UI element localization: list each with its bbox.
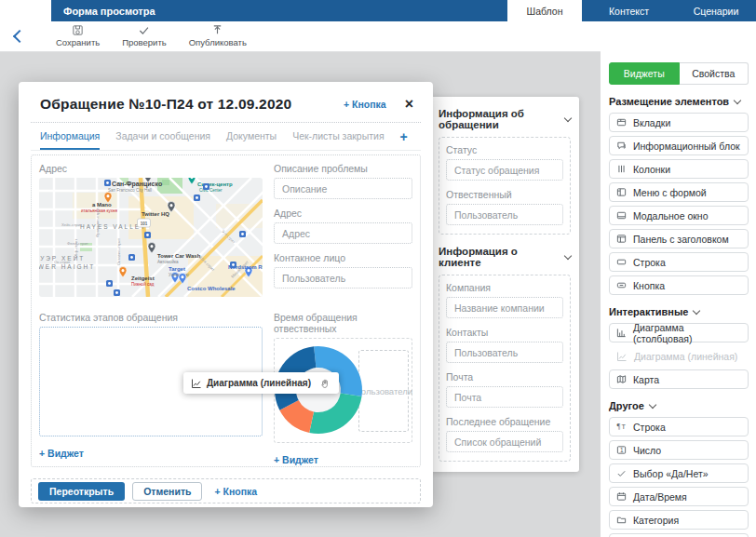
sidebar-item-label: Строка: [633, 257, 666, 268]
request-modal: Обращение №10-П24 от 12.09.2020 + Кнопка…: [19, 82, 433, 507]
sidebar-tab-0[interactable]: Виджеты: [609, 62, 680, 85]
cancel-button[interactable]: Отменить: [132, 482, 202, 501]
panel-group-title-1[interactable]: Информация о клиенте: [439, 246, 571, 268]
toolbar-button-label: Опубликовать: [189, 37, 247, 47]
panel-field-1-3-label: Последнее обращение: [446, 416, 563, 427]
topbar-tab-2[interactable]: Сценарии: [676, 0, 756, 21]
sidebar-item-2-2[interactable]: Выбор «Да/Нет»: [609, 463, 749, 483]
map-poi-label: Target: [169, 266, 185, 272]
close-icon[interactable]: ×: [405, 98, 413, 111]
toolbar-button-2[interactable]: Опубликовать: [189, 23, 247, 47]
modal-field-2-input[interactable]: Пользователь: [274, 267, 412, 289]
sidebar-item-0-7[interactable]: Кнопка: [609, 275, 749, 295]
map-poi-label: Tower Car Wash: [157, 253, 201, 259]
topbar-tab-1[interactable]: Контекст: [582, 0, 676, 21]
sidebar-item-label: Кнопка: [633, 280, 665, 291]
panel-field-0-1-input[interactable]: Пользователь: [446, 204, 563, 225]
modal-tab-1[interactable]: Задачи и сообщения: [115, 130, 210, 150]
sidebar-item-label: Колонки: [633, 164, 670, 175]
map-street-label: Хейс-стрит: [61, 222, 82, 227]
modal-field-1: АдресАдрес: [274, 208, 412, 244]
footer-add-button-link[interactable]: + Кнопка: [214, 486, 257, 497]
columns-icon: [616, 164, 627, 174]
transit-badge-icon: [239, 231, 246, 237]
panel-field-0-0-input[interactable]: Статус обращения: [446, 159, 563, 181]
map-street-label: Франклин-стрит: [95, 208, 100, 237]
chevron-down-icon: [693, 306, 700, 314]
row-icon: [616, 257, 627, 267]
panel-field-1-3-input[interactable]: Список обращений: [446, 431, 563, 452]
panel-group-title-0[interactable]: Информация об обращении: [439, 108, 571, 130]
map-street-label: Ок-стрит: [54, 260, 71, 264]
modal-tab-3[interactable]: Чек-листы закрытия: [292, 130, 384, 150]
sidebar-item-1-2[interactable]: Карта: [609, 369, 749, 389]
sidebar-item-0-0[interactable]: Вкладки: [609, 113, 749, 132]
sidebar-item-0-5[interactable]: Панель с заголовком: [609, 229, 749, 248]
highway-badge: 101: [141, 222, 148, 226]
panel-field-1-0-input[interactable]: Название компании: [446, 297, 563, 318]
sidebar-item-1-0[interactable]: Диаграмма (столбцовая): [609, 323, 749, 342]
drag-ghost-tooltip[interactable]: Диаграмма (линейная): [183, 372, 339, 394]
modal-tab-0[interactable]: Информация: [40, 130, 100, 150]
modal-footer: Переоткрыть Отменить + Кнопка: [31, 478, 421, 503]
sidebar-item-2-3[interactable]: Дата/Время: [609, 487, 749, 506]
sidebar-item-label: Дата/Время: [633, 491, 687, 503]
modal-tab-2[interactable]: Документы: [226, 130, 277, 150]
sidebar-section-title-0[interactable]: Размещение элементов: [609, 96, 749, 107]
sidebar-item-0-1[interactable]: Информационный блок: [609, 136, 749, 155]
time-add-widget-link[interactable]: + Виджет: [274, 454, 318, 465]
toolbar-button-label: Проверить: [122, 37, 167, 47]
panel-field-1-0-label: Компания: [446, 282, 563, 293]
transit-badge-icon: [114, 289, 120, 296]
modal-header: Обращение №10-П24 от 12.09.2020 + Кнопка…: [31, 94, 421, 113]
sidebar-section-title-2[interactable]: Другое: [609, 400, 749, 411]
panel-field-1-1-input[interactable]: Пользователь: [446, 342, 563, 363]
modal-field-0-input[interactable]: Описание: [274, 178, 412, 199]
sidebar-item-0-2[interactable]: Колонки: [609, 159, 749, 179]
panel-field-0-1-label: Отвественный: [446, 189, 563, 200]
sidebar-item-0-4[interactable]: Модальное окно: [609, 206, 749, 225]
modal-field-2: Контакное лицоПользователь: [274, 252, 412, 289]
map-poi-sublabel: Civic Center: [199, 188, 223, 193]
sidebar-item-2-0[interactable]: ¶TСтрока: [609, 417, 749, 436]
panel-field-1-2-input[interactable]: Почта: [446, 386, 563, 408]
number-icon: 1: [616, 445, 627, 455]
chevron-left-icon: [13, 30, 26, 43]
map-street-label: Гоф-стрит: [74, 239, 78, 258]
sidebar-section-title-text: Размещение элементов: [609, 96, 729, 107]
topbar-tab-0[interactable]: Шаблон: [507, 0, 582, 21]
sidebar-item-label: Меню с формой: [633, 187, 707, 198]
back-button[interactable]: [11, 29, 26, 44]
users-list-widget[interactable]: Пользователи: [358, 350, 409, 432]
stats-add-widget-link[interactable]: + Виджет: [39, 448, 84, 459]
toolbar: СохранитьПроверитьОпубликовать: [0, 21, 756, 52]
sidebar-item-0-6[interactable]: Строка: [609, 252, 749, 272]
map-widget[interactable]: Сан-ФранцискоSan Francisco City HallСиви…: [39, 178, 263, 297]
line-chart-icon: [191, 378, 202, 389]
map-poi-sublabel: Пивной сад: [131, 281, 155, 287]
modal-field-1-input[interactable]: Адрес: [274, 222, 412, 244]
toolbar-button-0[interactable]: Сохранить: [56, 23, 100, 47]
map-label: Адрес: [39, 163, 263, 174]
modal-tab-content: Адрес: [31, 154, 421, 467]
button-icon: [616, 280, 627, 290]
panel-groups: Информация об обращенииСтатусСтатус обра…: [439, 108, 571, 462]
modal-tab-4[interactable]: +: [400, 129, 408, 150]
sidebar-item-2-5[interactable]: Ссылки: [609, 533, 749, 537]
publish-icon: [211, 23, 223, 36]
sidebar-item-0-3[interactable]: Меню с формой: [609, 182, 749, 202]
address-map-column: Адрес: [39, 163, 263, 297]
toolbar-button-1[interactable]: Проверить: [122, 23, 167, 47]
sidebar-item-2-1[interactable]: 1Число: [609, 440, 749, 460]
sidebar-item-label: Диаграмма (линейная): [634, 351, 737, 362]
sidebar-tab-1[interactable]: Свойства: [680, 62, 749, 85]
sidebar-sections: Размещение элементовВкладкиИнформационны…: [609, 96, 749, 537]
map-poi-label: Сивик-центр: [197, 181, 233, 187]
reopen-button[interactable]: Переоткрыть: [38, 482, 125, 501]
sidebar-item-2-4[interactable]: Категория: [609, 510, 749, 530]
map-poi-sublabel: LOWER HAIGHT: [39, 263, 95, 270]
chevron-down-icon: [564, 114, 572, 121]
modal-add-button-link[interactable]: + Кнопка: [344, 99, 386, 110]
sidebar-section-title-1[interactable]: Интерактивные: [609, 306, 749, 317]
menu-form-icon: [616, 187, 627, 197]
